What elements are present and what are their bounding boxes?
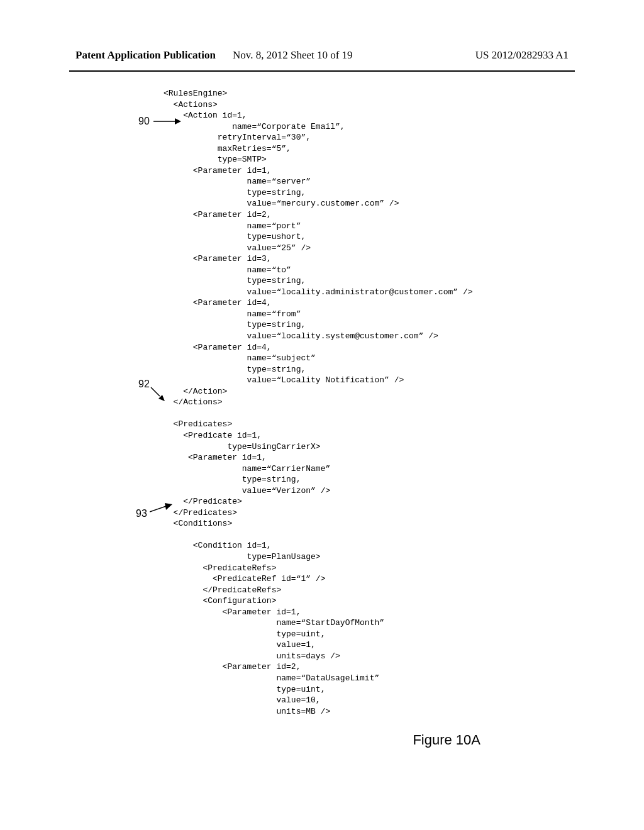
reference-number-92: 92: [138, 379, 150, 390]
reference-number-90: 90: [138, 116, 150, 127]
header-left: Patent Application Publication: [75, 49, 216, 62]
svg-line-2: [151, 387, 160, 396]
header-right: US 2012/0282933 A1: [475, 49, 569, 62]
svg-marker-5: [165, 503, 172, 510]
page-header: Patent Application Publication Nov. 8, 2…: [0, 0, 644, 68]
svg-marker-1: [175, 118, 181, 124]
reference-number-93: 93: [136, 508, 147, 519]
arrow-icon: [150, 386, 166, 402]
arrow-icon: [150, 503, 172, 514]
header-mid: Nov. 8, 2012 Sheet 10 of 19: [233, 49, 353, 62]
svg-line-4: [150, 506, 166, 512]
figure-label: Figure 10A: [413, 732, 480, 748]
header-divider: [69, 70, 575, 72]
xml-code-listing: <RulesEngine> <Actions> <Action id=1, na…: [164, 88, 472, 717]
arrow-icon: [153, 117, 181, 126]
